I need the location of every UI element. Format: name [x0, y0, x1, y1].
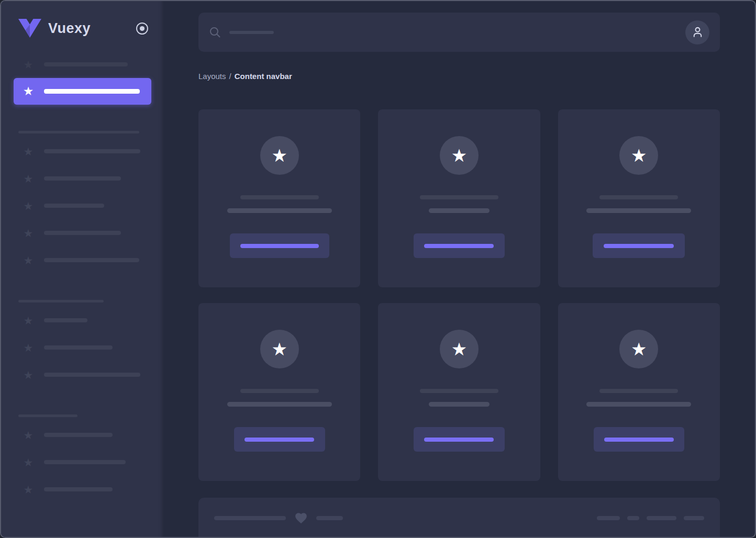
- card-button[interactable]: [594, 427, 684, 452]
- star-icon: ★: [271, 147, 287, 164]
- card-title-skeleton: [240, 195, 319, 199]
- user-icon: [691, 26, 704, 39]
- search-icon: [209, 26, 221, 38]
- card-subtitle-skeleton: [227, 208, 332, 213]
- star-icon: ★: [22, 85, 35, 97]
- sidebar-item-label-skeleton: [44, 258, 139, 262]
- card-subtitle-skeleton: [227, 402, 332, 407]
- sidebar-item-label-skeleton: [44, 345, 113, 350]
- sidebar-item[interactable]: ★: [1, 361, 163, 388]
- footer-link-skeleton: [597, 516, 620, 520]
- cards-grid: ★★★★★★: [198, 109, 720, 481]
- star-icon: ★: [22, 200, 35, 211]
- sidebar-item-label-skeleton: [44, 373, 140, 377]
- star-icon: ★: [22, 228, 35, 239]
- star-icon: ★: [22, 484, 35, 495]
- heart-icon: [294, 511, 308, 525]
- sidebar-section-header-skeleton: [18, 131, 139, 133]
- card-avatar: ★: [619, 330, 658, 368]
- sidebar-item-label-skeleton: [44, 176, 121, 181]
- sidebar-item[interactable]: ★: [1, 334, 163, 361]
- footer-link-skeleton: [627, 516, 639, 520]
- star-icon: ★: [631, 340, 647, 358]
- breadcrumb: Layouts/Content navbar: [198, 72, 720, 81]
- footer-text-skeleton: [214, 516, 286, 520]
- star-icon: ★: [22, 430, 35, 441]
- card-title-skeleton: [599, 389, 678, 393]
- star-icon: ★: [271, 340, 287, 358]
- sidebar-item-label-skeleton: [44, 318, 87, 322]
- card-button-label-skeleton: [244, 438, 314, 442]
- content-card: ★: [558, 109, 720, 287]
- content-card: ★: [558, 303, 720, 481]
- search-placeholder-skeleton: [229, 31, 274, 34]
- main-content: Layouts/Content navbar ★★★★★★: [163, 1, 755, 537]
- content-card: ★: [378, 303, 540, 481]
- sidebar-item-label-skeleton: [44, 62, 128, 66]
- top-navbar: [198, 13, 720, 52]
- sidebar-item[interactable]: ★: [1, 449, 163, 476]
- sidebar-item[interactable]: ★: [1, 421, 163, 449]
- menu-pin-toggle[interactable]: [135, 21, 149, 36]
- card-subtitle-skeleton: [586, 208, 691, 213]
- footer-row: [214, 511, 704, 525]
- sidebar-item[interactable]: ★: [1, 476, 163, 503]
- card-button[interactable]: [593, 233, 685, 258]
- card-subtitle-skeleton: [429, 402, 490, 407]
- sidebar-item[interactable]: ★: [1, 246, 163, 274]
- star-icon: ★: [22, 146, 35, 157]
- card-button[interactable]: [414, 427, 505, 452]
- app-title: Vuexy: [48, 20, 91, 37]
- card-subtitle-skeleton: [429, 208, 490, 213]
- sidebar-item[interactable]: ★: [1, 165, 163, 192]
- search-input[interactable]: [209, 26, 685, 38]
- card-button[interactable]: [234, 427, 325, 452]
- user-avatar-button[interactable]: [685, 20, 709, 44]
- card-subtitle-skeleton: [586, 402, 691, 407]
- card-button[interactable]: [230, 233, 329, 258]
- star-icon: ★: [451, 340, 467, 358]
- star-icon: ★: [451, 147, 467, 164]
- sidebar-item[interactable]: ★: [1, 307, 163, 334]
- card-title-skeleton: [599, 195, 678, 199]
- card-button-label-skeleton: [240, 244, 319, 248]
- card-title-skeleton: [240, 389, 319, 393]
- star-icon: ★: [22, 342, 35, 353]
- content-card: ★: [378, 109, 540, 287]
- card-button-label-skeleton: [424, 244, 494, 248]
- sidebar-section-header-skeleton: [18, 300, 104, 302]
- sidebar-item-label-skeleton: [44, 149, 140, 153]
- page-footer: [198, 498, 720, 538]
- sidebar-item[interactable]: ★: [1, 192, 163, 219]
- sidebar-section-header-skeleton: [18, 414, 77, 417]
- vuexy-logo-icon: [18, 19, 41, 38]
- star-icon: ★: [631, 147, 647, 164]
- card-button[interactable]: [414, 233, 505, 258]
- footer-right: [597, 516, 704, 520]
- card-title-skeleton: [420, 195, 498, 199]
- breadcrumb-current-page: Content navbar: [235, 72, 292, 81]
- sidebar-item-label-skeleton: [44, 204, 104, 208]
- card-avatar: ★: [619, 136, 658, 175]
- card-avatar: ★: [440, 330, 479, 368]
- sidebar-item-active[interactable]: ★: [14, 78, 151, 105]
- sidebar-item-label-skeleton: [44, 89, 140, 94]
- breadcrumb-link-layouts[interactable]: Layouts: [198, 72, 226, 81]
- card-avatar: ★: [440, 136, 479, 175]
- footer-link-skeleton: [684, 516, 704, 520]
- footer-left: [214, 511, 343, 525]
- sidebar-item[interactable]: ★: [1, 138, 163, 165]
- sidebar-item[interactable]: ★: [1, 219, 163, 246]
- card-avatar: ★: [260, 136, 299, 175]
- star-icon: ★: [22, 369, 35, 380]
- star-icon: ★: [22, 315, 35, 326]
- sidebar-item-label-skeleton: [44, 487, 113, 491]
- card-title-skeleton: [420, 389, 498, 393]
- card-button-label-skeleton: [604, 244, 674, 248]
- card-avatar: ★: [260, 330, 299, 368]
- sidebar-item-label-skeleton: [44, 433, 113, 437]
- content-card: ★: [198, 303, 360, 481]
- sidebar-item-label-skeleton: [44, 460, 126, 464]
- sidebar-header: Vuexy: [1, 1, 163, 38]
- sidebar-item[interactable]: ★: [1, 51, 163, 78]
